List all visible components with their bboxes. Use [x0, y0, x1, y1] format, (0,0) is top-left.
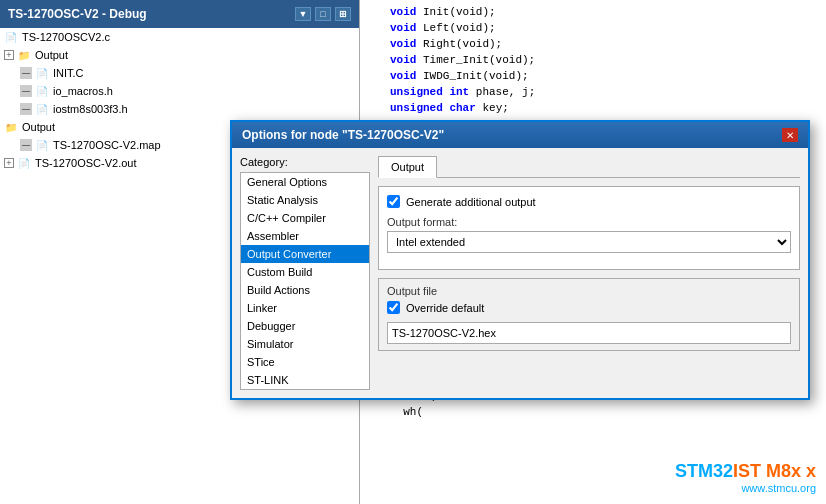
tree-item-ts1270oscv2c[interactable]: 📄 TS-1270OSCV2.c	[0, 28, 359, 46]
category-stice[interactable]: STice	[241, 353, 369, 371]
code-line: wh(	[390, 404, 818, 420]
category-static-analysis[interactable]: Static Analysis	[241, 191, 369, 209]
code-line: void IWDG_Init(void);	[390, 68, 818, 84]
category-simulator[interactable]: Simulator	[241, 335, 369, 353]
header-icons: ▼ □ ⊞	[295, 7, 351, 21]
dialog-close-button[interactable]: ✕	[782, 128, 798, 142]
output-file-title: Output file	[387, 285, 791, 297]
code-line: unsigned char key;	[390, 100, 818, 116]
code-line: unsigned int phase, j;	[390, 84, 818, 100]
output-format-label: Output format:	[387, 216, 791, 228]
folder-icon: 📁	[4, 122, 18, 133]
dialog-body: Category: General Options Static Analysi…	[232, 148, 808, 398]
dialog-title: Options for node "TS-1270OSC-V2"	[242, 128, 444, 142]
tree-item-label: TS-1270OSC-V2.map	[53, 139, 161, 151]
code-line: void Right(void);	[390, 36, 818, 52]
tree-item-label: Output	[22, 121, 55, 133]
category-linker[interactable]: Linker	[241, 299, 369, 317]
tree-item-io-macros[interactable]: — 📄 io_macros.h	[0, 82, 359, 100]
category-general-options[interactable]: General Options	[241, 173, 369, 191]
tree-item-initc[interactable]: — 📄 INIT.C	[0, 64, 359, 82]
file-icon: 📄	[35, 86, 49, 97]
file-icon: 📄	[4, 32, 18, 43]
category-debugger[interactable]: Debugger	[241, 317, 369, 335]
header-icon-box1[interactable]: □	[315, 7, 331, 21]
file-tree-header: TS-1270OSC-V2 - Debug ▼ □ ⊞	[0, 0, 359, 28]
generate-additional-output-checkbox[interactable]	[387, 195, 400, 208]
tree-item-iostm8s003f3[interactable]: — 📄 iostm8s003f3.h	[0, 100, 359, 118]
header-icon-box2[interactable]: ⊞	[335, 7, 351, 21]
file-icon: 📄	[35, 68, 49, 79]
output-format-group: Output format: Intel extended	[387, 216, 791, 253]
tree-item-label: Output	[35, 49, 68, 61]
watermark-line1: STM32IST M8x x	[675, 461, 816, 482]
file-icon: 📄	[17, 158, 31, 169]
file-icon: 📄	[35, 104, 49, 115]
expand-icon[interactable]: +	[4, 50, 14, 60]
override-default-checkbox[interactable]	[387, 301, 400, 314]
category-build-actions[interactable]: Build Actions	[241, 281, 369, 299]
code-line: void Left(void);	[390, 20, 818, 36]
override-default-row: Override default	[387, 301, 791, 314]
expand-icon[interactable]: +	[4, 158, 14, 168]
category-custom-build[interactable]: Custom Build	[241, 263, 369, 281]
options-dialog: Options for node "TS-1270OSC-V2" ✕ Categ…	[230, 120, 810, 400]
dialog-right-panel: Output Generate additional output Output…	[378, 156, 800, 390]
output-format-select[interactable]: Intel extended	[387, 231, 791, 253]
watermark: STM32IST M8x x www.stmcu.org	[675, 461, 816, 494]
watermark-stm32: STM32	[675, 461, 733, 481]
tree-item-label: TS-1270OSC-V2.out	[35, 157, 137, 169]
category-assembler[interactable]: Assembler	[241, 227, 369, 245]
file-icon: 📄	[35, 140, 49, 151]
category-list: General Options Static Analysis C/C++ Co…	[240, 172, 370, 390]
tree-item-output1[interactable]: + 📁 Output	[0, 46, 359, 64]
main-container: TS-1270OSC-V2 - Debug ▼ □ ⊞ 📄 TS-1270OSC…	[0, 0, 826, 504]
tree-item-label: io_macros.h	[53, 85, 113, 97]
project-title: TS-1270OSC-V2 - Debug	[8, 7, 147, 21]
category-output-converter[interactable]: Output Converter	[241, 245, 369, 263]
override-default-label: Override default	[406, 302, 484, 314]
category-st-link[interactable]: ST-LINK	[241, 371, 369, 389]
output-filename-input[interactable]	[387, 322, 791, 344]
code-line: void Init(void);	[390, 4, 818, 20]
tree-item-label: TS-1270OSCV2.c	[22, 31, 110, 43]
dialog-title-bar: Options for node "TS-1270OSC-V2" ✕	[232, 122, 808, 148]
output-section: Generate additional output Output format…	[378, 186, 800, 270]
folder-icon: 📁	[17, 50, 31, 61]
watermark-istm8: IST M8x x	[733, 461, 816, 481]
output-file-section: Output file Override default	[378, 278, 800, 351]
tab-output[interactable]: Output	[378, 156, 437, 178]
tree-item-label: iostm8s003f3.h	[53, 103, 128, 115]
watermark-url: www.stmcu.org	[675, 482, 816, 494]
category-panel: Category: General Options Static Analysi…	[240, 156, 370, 390]
tree-item-label: INIT.C	[53, 67, 84, 79]
header-icon-dropdown[interactable]: ▼	[295, 7, 311, 21]
generate-additional-output-label: Generate additional output	[406, 196, 536, 208]
generate-output-row: Generate additional output	[387, 195, 791, 208]
code-line: void Timer_Init(void);	[390, 52, 818, 68]
category-cpp-compiler[interactable]: C/C++ Compiler	[241, 209, 369, 227]
category-header: Category:	[240, 156, 370, 168]
tab-bar: Output	[378, 156, 800, 178]
